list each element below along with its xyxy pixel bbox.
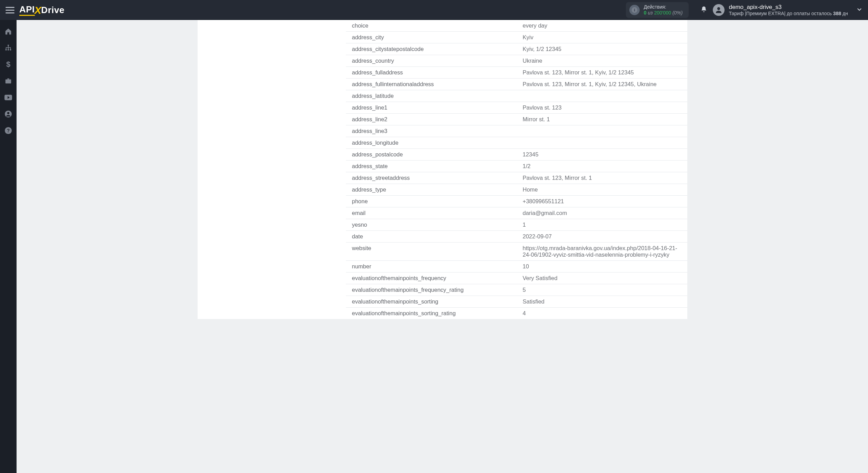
data-table: choiceevery dayaddress_cityKyivaddress_c… bbox=[346, 20, 687, 319]
field-value bbox=[517, 137, 687, 149]
field-value: 12345 bbox=[517, 149, 687, 161]
field-key: address_type bbox=[346, 184, 517, 196]
svg-text:?: ? bbox=[7, 128, 10, 133]
svg-text:i: i bbox=[634, 8, 635, 12]
table-row: address_line3 bbox=[346, 125, 687, 137]
field-value: Home bbox=[517, 184, 687, 196]
field-key: address_line1 bbox=[346, 102, 517, 114]
field-value: Pavlova st. 123, Mirror st. 1, Kyiv, 1/2… bbox=[517, 67, 687, 79]
field-key: address_streetaddress bbox=[346, 172, 517, 184]
field-key: address_country bbox=[346, 55, 517, 67]
sidebar: $ ? bbox=[0, 20, 17, 473]
sidebar-item-home[interactable] bbox=[0, 23, 17, 39]
table-row: evaluationofthemainpoints_sorting_rating… bbox=[346, 308, 687, 319]
actions-label: Действия: bbox=[644, 4, 683, 10]
topbar: APIXDrive i Действия: 0 из 200'000 (0%) … bbox=[0, 0, 868, 20]
logo[interactable]: APIXDrive bbox=[19, 4, 64, 16]
notifications-bell-icon[interactable] bbox=[700, 6, 707, 14]
hamburger-menu-button[interactable] bbox=[6, 6, 14, 14]
table-row: evaluationofthemainpoints_sortingSatisfi… bbox=[346, 296, 687, 308]
sidebar-item-briefcase[interactable] bbox=[0, 73, 17, 89]
table-row: date2022-09-07 bbox=[346, 231, 687, 243]
svg-rect-3 bbox=[8, 45, 9, 46]
table-row: phone+380996551121 bbox=[346, 196, 687, 207]
field-key: date bbox=[346, 231, 517, 243]
field-value: 5 bbox=[517, 284, 687, 296]
chevron-down-icon[interactable] bbox=[856, 6, 862, 14]
table-row: evaluationofthemainpoints_frequency_rati… bbox=[346, 284, 687, 296]
sidebar-item-video[interactable] bbox=[0, 90, 17, 105]
field-key: address_line2 bbox=[346, 114, 517, 125]
sidebar-item-account[interactable] bbox=[0, 106, 17, 122]
table-row: address_citystatepostalcodeKyiv, 1/2 123… bbox=[346, 43, 687, 55]
field-key: address_line3 bbox=[346, 125, 517, 137]
field-value bbox=[517, 90, 687, 102]
sidebar-item-help[interactable]: ? bbox=[0, 123, 17, 138]
table-row: address_countryUkraine bbox=[346, 55, 687, 67]
actions-value: 0 из 200'000 (0%) bbox=[644, 10, 683, 16]
user-menu[interactable]: demo_apix-drive_s3 Тариф |Премиум EXTRA|… bbox=[713, 4, 848, 16]
table-row: emaildaria@gmail.com bbox=[346, 207, 687, 219]
field-value: +380996551121 bbox=[517, 196, 687, 207]
field-key: number bbox=[346, 261, 517, 273]
field-value: Kyiv bbox=[517, 32, 687, 43]
table-row: number10 bbox=[346, 261, 687, 273]
field-key: address_state bbox=[346, 161, 517, 172]
field-value: daria@gmail.com bbox=[517, 207, 687, 219]
field-key: evaluationofthemainpoints_frequency bbox=[346, 273, 517, 284]
left-panel bbox=[198, 20, 346, 319]
table-row: evaluationofthemainpoints_frequencyVery … bbox=[346, 273, 687, 284]
svg-point-2 bbox=[717, 7, 720, 10]
info-icon: i bbox=[629, 5, 640, 15]
user-name: demo_apix-drive_s3 bbox=[729, 4, 848, 11]
table-row: address_cityKyiv bbox=[346, 32, 687, 43]
field-value: Pavlova st. 123, Mirror st. 1 bbox=[517, 172, 687, 184]
field-value: Satisfied bbox=[517, 296, 687, 308]
field-value: Ukraine bbox=[517, 55, 687, 67]
field-key: address_city bbox=[346, 32, 517, 43]
table-row: address_longitude bbox=[346, 137, 687, 149]
table-row: address_line1Pavlova st. 123 bbox=[346, 102, 687, 114]
tariff-line: Тариф |Премиум EXTRA| до оплаты осталось… bbox=[729, 11, 848, 16]
field-value: https://otg.mrada-baranivka.gov.ua/index… bbox=[517, 243, 687, 261]
field-key: email bbox=[346, 207, 517, 219]
field-key: phone bbox=[346, 196, 517, 207]
svg-rect-7 bbox=[6, 79, 11, 83]
field-value: Kyiv, 1/2 12345 bbox=[517, 43, 687, 55]
field-value: Mirror st. 1 bbox=[517, 114, 687, 125]
svg-rect-5 bbox=[8, 49, 9, 51]
field-value: 1 bbox=[517, 219, 687, 231]
field-value: every day bbox=[517, 20, 687, 32]
field-value: Very Satisfied bbox=[517, 273, 687, 284]
table-row: address_postalcode12345 bbox=[346, 149, 687, 161]
field-key: address_latitude bbox=[346, 90, 517, 102]
field-key: website bbox=[346, 243, 517, 261]
logo-api: API bbox=[19, 4, 35, 16]
field-value bbox=[517, 125, 687, 137]
field-key: evaluationofthemainpoints_frequency_rati… bbox=[346, 284, 517, 296]
sidebar-item-billing[interactable]: $ bbox=[0, 56, 17, 72]
field-value: Pavlova st. 123 bbox=[517, 102, 687, 114]
field-key: address_longitude bbox=[346, 137, 517, 149]
table-row: address_typeHome bbox=[346, 184, 687, 196]
field-value: 1/2 bbox=[517, 161, 687, 172]
table-row: address_latitude bbox=[346, 90, 687, 102]
field-key: address_citystatepostalcode bbox=[346, 43, 517, 55]
field-key: address_fulladdress bbox=[346, 67, 517, 79]
field-value: 4 bbox=[517, 308, 687, 319]
field-key: yesno bbox=[346, 219, 517, 231]
svg-rect-4 bbox=[6, 49, 7, 51]
actions-pill[interactable]: i Действия: 0 из 200'000 (0%) bbox=[626, 2, 689, 18]
table-row: address_state1/2 bbox=[346, 161, 687, 172]
sidebar-item-connections[interactable] bbox=[0, 40, 17, 56]
field-value: Pavlova st. 123, Mirror st. 1, Kyiv, 1/2… bbox=[517, 79, 687, 90]
page-scroll-area[interactable]: choiceevery dayaddress_cityKyivaddress_c… bbox=[17, 20, 868, 473]
field-value: 10 bbox=[517, 261, 687, 273]
avatar-icon bbox=[713, 4, 725, 16]
table-row: address_streetaddressPavlova st. 123, Mi… bbox=[346, 172, 687, 184]
table-row: address_fulladdressPavlova st. 123, Mirr… bbox=[346, 67, 687, 79]
table-row: yesno1 bbox=[346, 219, 687, 231]
field-key: evaluationofthemainpoints_sorting_rating bbox=[346, 308, 517, 319]
logo-x: X bbox=[34, 4, 42, 16]
table-row: choiceevery day bbox=[346, 20, 687, 32]
